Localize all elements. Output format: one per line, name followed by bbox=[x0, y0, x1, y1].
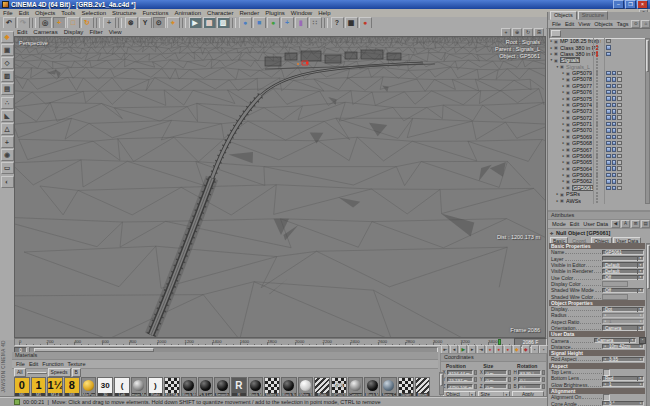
coordinate-system-icon[interactable]: ⌖ bbox=[167, 17, 180, 29]
stepper-icon[interactable] bbox=[542, 384, 545, 389]
move-icon[interactable]: + bbox=[53, 17, 66, 29]
box-tag-icon[interactable] bbox=[617, 103, 622, 108]
camera-dropdown[interactable]: Camera▾ bbox=[594, 338, 636, 343]
box-tag-icon[interactable] bbox=[617, 147, 622, 152]
materials-title[interactable]: Materials bbox=[12, 352, 438, 360]
tab-objects[interactable]: Objects bbox=[550, 11, 577, 20]
make-editable-icon[interactable]: ◈ bbox=[1, 31, 14, 43]
materials-tab-b[interactable]: B bbox=[72, 368, 81, 377]
help-icon[interactable]: ? bbox=[331, 17, 344, 29]
editor-visibility-dot[interactable] bbox=[596, 90, 598, 92]
editor-visibility-dot[interactable] bbox=[596, 166, 598, 168]
blue-tag-icon[interactable] bbox=[612, 84, 617, 89]
use-color-dropdown[interactable]: Off▾ bbox=[602, 275, 644, 280]
blue-tag-icon[interactable] bbox=[612, 109, 617, 114]
material-pls-lan[interactable]: PLS Lan bbox=[198, 377, 214, 399]
stepper-icon[interactable] bbox=[508, 370, 511, 375]
search-icon[interactable]: ⊙ bbox=[631, 20, 640, 28]
material-rails[interactable]: Rails bbox=[314, 377, 330, 399]
editor-visibility-dot[interactable] bbox=[596, 147, 598, 149]
wireframe-terrain[interactable] bbox=[15, 37, 546, 338]
redo-icon[interactable]: ↷ bbox=[17, 17, 30, 29]
position-z-field[interactable]: 4750.106 m bbox=[447, 384, 473, 389]
lock-z-axis-icon[interactable]: ⊙ bbox=[153, 17, 166, 29]
editor-visibility-dot[interactable] bbox=[596, 70, 598, 72]
viewport-menu-filter[interactable]: Filter bbox=[86, 28, 105, 36]
blue-tag-icon[interactable] bbox=[606, 84, 611, 89]
blue-tag-icon[interactable] bbox=[606, 90, 611, 95]
object-row-awss[interactable]: ▸▣AWSs bbox=[548, 197, 645, 203]
material-gp5078[interactable]: 60%GP5078 bbox=[331, 377, 347, 399]
editor-visibility-dot[interactable] bbox=[596, 128, 598, 130]
render-view-icon[interactable]: ▶ bbox=[189, 17, 202, 29]
distance-spinner[interactable]: ◂10m 42cm▸ bbox=[602, 344, 644, 349]
box-tag-icon[interactable] bbox=[617, 166, 622, 171]
material-main-ma[interactable]: main Ma bbox=[131, 377, 147, 399]
stepper-icon[interactable] bbox=[474, 384, 477, 389]
blue-tag-icon[interactable] bbox=[612, 103, 617, 108]
editor-visibility-dot[interactable] bbox=[596, 134, 598, 136]
render-visibility-dot[interactable] bbox=[596, 201, 598, 203]
material-milepost[interactable]: MilePost bbox=[81, 377, 97, 399]
display-dropdown[interactable]: Dot▾ bbox=[602, 307, 644, 312]
add-cube-icon[interactable]: ■ bbox=[253, 17, 266, 29]
box-tag-icon[interactable] bbox=[617, 160, 622, 165]
layout-icon[interactable]: ▦ bbox=[345, 17, 358, 29]
box-tag-icon[interactable] bbox=[617, 96, 622, 101]
box-tag-icon[interactable] bbox=[617, 154, 622, 159]
name-text[interactable]: GP5061 bbox=[602, 250, 644, 255]
editor-visibility-dot[interactable] bbox=[596, 96, 598, 98]
material-black-si[interactable]: Black Si bbox=[281, 377, 297, 399]
material-black-m[interactable]: Black M bbox=[364, 377, 380, 399]
materials-tab-all[interactable]: All bbox=[14, 368, 26, 377]
box-tag-icon[interactable] bbox=[617, 109, 622, 114]
blue-tag-icon[interactable] bbox=[612, 115, 617, 120]
material-m0[interactable]: 0M0 bbox=[14, 377, 30, 399]
blue-tag-icon[interactable] bbox=[606, 122, 611, 127]
editor-visibility-dot[interactable] bbox=[596, 153, 598, 155]
render-picture-viewer-icon[interactable]: ▨ bbox=[217, 17, 230, 29]
material-black-m[interactable]: Black M bbox=[248, 377, 264, 399]
box-tag-icon[interactable] bbox=[617, 77, 622, 82]
blue-tag-icon[interactable] bbox=[612, 147, 617, 152]
add-primitive-icon[interactable]: ● bbox=[239, 17, 252, 29]
blue-tag-icon[interactable] bbox=[606, 103, 611, 108]
rotation-b-field[interactable]: 0 ° bbox=[518, 384, 541, 389]
title-bar[interactable]: CINEMA 4D (64 Bit) - [GRB.2v1_4a.c4d *] … bbox=[0, 0, 650, 9]
editor-visibility-dot[interactable] bbox=[596, 77, 598, 79]
attributes-title[interactable]: Attributes bbox=[548, 212, 650, 220]
workplane-mode-icon[interactable]: ▤ bbox=[1, 83, 14, 95]
spin-up-icon[interactable]: ▸ bbox=[639, 382, 643, 387]
home-icon[interactable]: ⌂ bbox=[641, 20, 650, 28]
om-menu-view[interactable]: View bbox=[576, 20, 592, 28]
viewport-menu-view[interactable]: View bbox=[106, 28, 125, 36]
blue-tag-icon[interactable] bbox=[612, 71, 617, 76]
box-tag-icon[interactable] bbox=[617, 128, 622, 133]
materials-menu-texture[interactable]: Texture bbox=[65, 360, 87, 368]
editor-visibility-dot[interactable] bbox=[596, 160, 598, 162]
lock-workplane-icon[interactable]: ▭ bbox=[1, 162, 14, 174]
blue-tag-icon[interactable] bbox=[606, 179, 611, 184]
size-x-field[interactable]: 0 m bbox=[484, 370, 507, 375]
editor-visibility-dot[interactable] bbox=[596, 51, 598, 53]
materials-menu-file[interactable]: File bbox=[14, 360, 27, 368]
add-deformer-icon[interactable]: ▮ bbox=[295, 17, 308, 29]
restore-button[interactable]: ❐ bbox=[625, 0, 636, 9]
points-mode-icon[interactable]: ∴ bbox=[1, 97, 14, 109]
box-tag-icon[interactable] bbox=[617, 122, 622, 127]
box-tag-icon[interactable] bbox=[617, 141, 622, 146]
blue-tag-icon[interactable] bbox=[606, 141, 611, 146]
material-black-mt[interactable]: Black Mt bbox=[181, 377, 197, 399]
blue-tag-icon[interactable] bbox=[612, 141, 617, 146]
box-tag-icon[interactable] bbox=[617, 71, 622, 76]
viewport-menu-display[interactable]: Display bbox=[61, 28, 87, 36]
enable-axis-icon[interactable]: + bbox=[1, 136, 14, 148]
tab-structure[interactable]: Structure bbox=[578, 11, 608, 20]
om-menu-file[interactable]: File bbox=[550, 20, 563, 28]
material-m8[interactable]: 8M8 bbox=[64, 377, 80, 399]
add-spline-icon[interactable]: ● bbox=[267, 17, 280, 29]
panel-menu-icon[interactable]: ▤ bbox=[641, 220, 650, 228]
material-sphere-icon[interactable]: ● bbox=[359, 17, 372, 29]
lock-y-axis-icon[interactable]: Y bbox=[139, 17, 152, 29]
size-y-field[interactable]: 0 m bbox=[484, 377, 507, 382]
